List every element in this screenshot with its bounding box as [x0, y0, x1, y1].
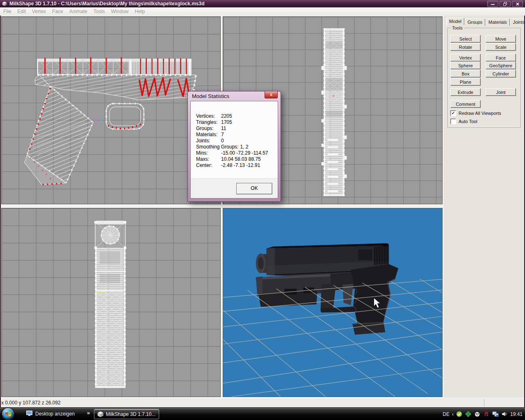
geosphere-button[interactable]: GeoSphere — [486, 62, 516, 69]
joint-button[interactable]: Joint — [486, 88, 516, 96]
tools-group-label: Tools — [451, 25, 464, 30]
statistics-list: Vertices:2205 Triangles:1705 Groups:11 M… — [191, 101, 278, 169]
ok-button[interactable]: OK — [236, 183, 272, 194]
box-button[interactable]: Box — [450, 70, 481, 78]
menu-help[interactable]: Help — [135, 9, 145, 14]
dialog-title: Model Statistics — [192, 93, 229, 99]
milkshape-cube-icon — [97, 411, 104, 418]
tab-groups[interactable]: Groups — [465, 18, 485, 26]
side-panel: Model Groups Materials Joints Tools Sele… — [443, 16, 525, 398]
stat-row-materials: Materials:7 — [196, 132, 278, 138]
tab-model[interactable]: Model — [446, 18, 464, 25]
menubar: File Edit Vertex Face Animate Tools Wind… — [0, 7, 525, 16]
dialog-close-button[interactable]: x — [265, 91, 278, 98]
quicklaunch-overflow-chevron[interactable]: » — [87, 410, 90, 416]
tab-materials[interactable]: Materials — [486, 18, 510, 26]
restore-button[interactable] — [500, 1, 511, 7]
dialog-body: Vertices:2205 Triangles:1705 Groups:11 M… — [190, 101, 278, 199]
volume-tray-icon[interactable] — [501, 411, 508, 418]
redraw-all-viewports-checkbox[interactable]: ✓ Redraw All Viewports — [450, 110, 501, 116]
task-button-label: MilkShape 3D 1.7.10... — [106, 411, 155, 417]
menu-file[interactable]: File — [3, 9, 11, 14]
dialog-footer: OK — [191, 178, 278, 198]
tab-joints[interactable]: Joints — [510, 18, 525, 26]
menu-vertex[interactable]: Vertex — [32, 9, 46, 14]
auto-tool-label: Auto Tool — [459, 119, 477, 124]
tray-expand-chevron[interactable]: ‹ — [452, 411, 454, 417]
close-icon — [516, 2, 519, 6]
extrude-button[interactable]: Extrude — [450, 88, 481, 96]
select-button[interactable]: Select — [450, 35, 481, 43]
milkshape-task-button[interactable]: MilkShape 3D 1.7.10... — [94, 409, 159, 419]
auto-tool-checkbox[interactable]: Auto Tool — [450, 119, 477, 124]
rotate-button[interactable]: Rotate — [450, 43, 481, 51]
show-desktop-icon[interactable] — [26, 411, 33, 416]
restore-icon — [503, 2, 507, 6]
network-tray-icon[interactable] — [492, 411, 499, 418]
viewport-3d[interactable] — [223, 208, 443, 397]
stat-row-smoothing-groups: Smoothing Groups:1, 2 — [196, 144, 278, 150]
viewport-top[interactable] — [1, 208, 221, 397]
statusbar-divider — [484, 399, 484, 406]
close-button[interactable] — [512, 1, 523, 7]
plane-button[interactable]: Plane — [450, 78, 481, 86]
milkshape-window: MilkShape 3D 1.7.10 - C:\Users\Marius\De… — [0, 0, 525, 420]
cylinder-button[interactable]: Cylinder — [486, 70, 516, 78]
checkbox-checked-icon: ✓ — [450, 110, 456, 116]
stat-row-triangles: Triangles:1705 — [196, 119, 278, 126]
menu-face[interactable]: Face — [52, 9, 63, 14]
start-button[interactable] — [2, 408, 14, 420]
app-cube-icon — [2, 1, 7, 6]
window-left-border — [0, 7, 1, 407]
menu-window[interactable]: Window — [111, 9, 129, 14]
workspace — [0, 16, 443, 398]
stat-row-joints: Joints:0 — [196, 138, 278, 144]
keyboard-language-indicator[interactable]: DE — [443, 411, 450, 417]
panel-tabs: Model Groups Materials Joints — [446, 18, 525, 25]
taskbar: Desktop anzeigen » MilkShape 3D 1.7.10..… — [0, 407, 525, 420]
comment-button[interactable]: Comment — [450, 100, 481, 108]
menu-edit[interactable]: Edit — [17, 9, 26, 14]
move-button[interactable]: Move — [486, 35, 516, 43]
vertex-button[interactable]: Vertex — [450, 54, 481, 62]
sphere-button[interactable]: Sphere — [450, 62, 481, 69]
menu-animate[interactable]: Animate — [69, 9, 87, 14]
show-desktop-label[interactable]: Desktop anzeigen — [35, 411, 75, 417]
stat-row-vertices: Vertices:2205 — [196, 113, 278, 119]
stat-row-groups: Groups:11 — [196, 126, 278, 132]
model-statistics-dialog: Model Statistics x Vertices:2205 Triangl… — [187, 91, 281, 202]
green-check-tray-icon[interactable] — [456, 411, 463, 418]
clock[interactable]: 19:41 — [510, 411, 523, 417]
minimize-icon — [491, 2, 495, 5]
window-title: MilkShape 3D 1.7.10 - C:\Users\Marius\De… — [9, 1, 205, 7]
clover-tray-icon[interactable] — [465, 411, 472, 418]
panda-tray-icon[interactable] — [474, 411, 481, 418]
scale-button[interactable]: Scale — [486, 43, 516, 51]
red-app-tray-icon[interactable] — [483, 411, 490, 418]
menu-tools[interactable]: Tools — [94, 9, 105, 14]
minimize-button[interactable] — [487, 1, 498, 7]
checkbox-unchecked-icon — [450, 119, 456, 124]
statusbar: x 0.000 y 107.872 z 26.092 — [0, 398, 525, 407]
windows-flag-icon — [5, 411, 11, 417]
system-tray: DE ‹ 19:41 — [443, 408, 523, 420]
stat-row-center: Center:-2.48 -7.13 -12.91 — [196, 162, 278, 169]
stat-row-maxs: Maxs:10.04 58.03 88.75 — [196, 156, 278, 162]
titlebar: MilkShape 3D 1.7.10 - C:\Users\Marius\De… — [0, 0, 525, 7]
face-button[interactable]: Face — [486, 54, 516, 62]
stat-row-mins: Mins:-15.00 -72.29 -114.57 — [196, 150, 278, 156]
redraw-all-viewports-label: Redraw All Viewports — [459, 111, 501, 116]
cursor-coordinates: x 0.000 y 107.872 z 26.092 — [1, 400, 61, 406]
